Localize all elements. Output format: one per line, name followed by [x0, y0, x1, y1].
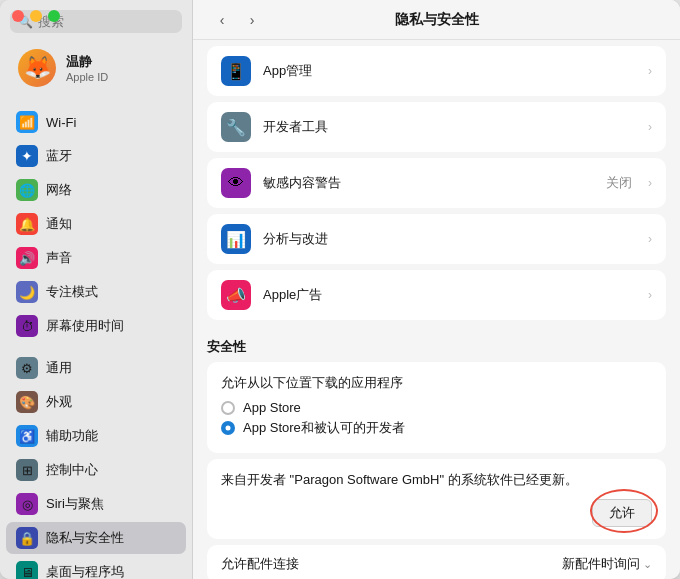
- analytics-label: 分析与改进: [263, 230, 636, 248]
- notifications-icon: 🔔: [16, 213, 38, 235]
- sidebar: 🔍 🦊 温静 Apple ID 📶 Wi-Fi ✦ 蓝牙 🌐 网络 🔔: [0, 0, 193, 579]
- developer-tools-label: 开发者工具: [263, 118, 636, 136]
- main-panel: ‹ › 隐私与安全性 📱 App管理 › 🔧 开发者工具 ›: [193, 0, 680, 579]
- page-title: 隐私与安全性: [395, 11, 479, 29]
- sidebar-item-label: 通知: [46, 215, 72, 233]
- sidebar-item-focus[interactable]: 🌙 专注模式: [6, 276, 186, 308]
- user-subtitle: Apple ID: [66, 71, 108, 83]
- sidebar-item-general[interactable]: ⚙ 通用: [6, 352, 186, 384]
- settings-list: 📱 App管理 › 🔧 开发者工具 › 👁 敏感内容警告 关闭 ›: [193, 46, 680, 579]
- list-item-analytics[interactable]: 📊 分析与改进 ›: [207, 214, 666, 264]
- sidebar-item-accessibility[interactable]: ♿ 辅助功能: [6, 420, 186, 452]
- radio-label-app-store-dev: App Store和被认可的开发者: [243, 419, 405, 437]
- maximize-button[interactable]: [48, 10, 60, 22]
- sidebar-item-label: 声音: [46, 249, 72, 267]
- list-item-app-management[interactable]: 📱 App管理 ›: [207, 46, 666, 96]
- radio-circle-app-store: [221, 401, 235, 415]
- bluetooth-icon: ✦: [16, 145, 38, 167]
- radio-app-store[interactable]: App Store: [221, 400, 652, 415]
- app-management-label: App管理: [263, 62, 636, 80]
- allow-button[interactable]: 允许: [592, 499, 652, 527]
- sidebar-item-siri[interactable]: ◎ Siri与聚焦: [6, 488, 186, 520]
- sidebar-item-label: Siri与聚焦: [46, 495, 104, 513]
- sidebar-item-label: 专注模式: [46, 283, 98, 301]
- minimize-button[interactable]: [30, 10, 42, 22]
- chevron-icon: ›: [648, 120, 652, 134]
- sound-icon: 🔊: [16, 247, 38, 269]
- chevron-icon: ›: [648, 64, 652, 78]
- sidebar-item-bluetooth[interactable]: ✦ 蓝牙: [6, 140, 186, 172]
- app-management-icon: 📱: [221, 56, 251, 86]
- sidebar-item-label: 桌面与程序坞: [46, 563, 124, 579]
- accessory-value: 新配件时询问 ⌄: [562, 555, 652, 573]
- sensitive-content-label: 敏感内容警告: [263, 174, 594, 192]
- sidebar-item-notifications[interactable]: 🔔 通知: [6, 208, 186, 240]
- chevron-icon: ›: [648, 176, 652, 190]
- chevron-down-icon: ⌄: [643, 558, 652, 571]
- back-button[interactable]: ‹: [209, 10, 235, 30]
- download-title: 允许从以下位置下载的应用程序: [221, 374, 652, 392]
- sidebar-item-label: Wi-Fi: [46, 115, 76, 130]
- sensitive-content-icon: 👁: [221, 168, 251, 198]
- sidebar-item-screentime[interactable]: ⏱ 屏幕使用时间: [6, 310, 186, 342]
- accessory-value-text: 新配件时询问: [562, 555, 640, 573]
- sidebar-item-label: 屏幕使用时间: [46, 317, 124, 335]
- apple-ads-label: Apple广告: [263, 286, 636, 304]
- titlebar: ‹ › 隐私与安全性: [193, 0, 680, 40]
- list-item-apple-ads[interactable]: 📣 Apple广告 ›: [207, 270, 666, 320]
- sidebar-item-desktop[interactable]: 🖥 桌面与程序坞: [6, 556, 186, 579]
- radio-circle-app-store-dev: [221, 421, 235, 435]
- sidebar-item-label: 隐私与安全性: [46, 529, 124, 547]
- avatar: 🦊: [18, 49, 56, 87]
- update-text: 来自开发者 "Paragon Software GmbH" 的系统软件已经更新。: [221, 471, 652, 489]
- avatar-icon: 🦊: [24, 55, 51, 81]
- accessibility-icon: ♿: [16, 425, 38, 447]
- sidebar-item-label: 控制中心: [46, 461, 98, 479]
- security-section-label: 安全性: [193, 326, 680, 362]
- forward-button[interactable]: ›: [239, 10, 265, 30]
- network-icon: 🌐: [16, 179, 38, 201]
- update-notice: 来自开发者 "Paragon Software GmbH" 的系统软件已经更新。…: [207, 459, 666, 539]
- sensitive-content-value: 关闭: [606, 174, 632, 192]
- security-section: 允许从以下位置下载的应用程序 App Store App Store和被认可的开…: [207, 362, 666, 453]
- apple-ads-icon: 📣: [221, 280, 251, 310]
- general-icon: ⚙: [16, 357, 38, 379]
- siri-icon: ◎: [16, 493, 38, 515]
- sidebar-item-privacy[interactable]: 🔒 隐私与安全性: [6, 522, 186, 554]
- appearance-icon: 🎨: [16, 391, 38, 413]
- analytics-icon: 📊: [221, 224, 251, 254]
- radio-label-app-store: App Store: [243, 400, 301, 415]
- accessory-label: 允许配件连接: [221, 555, 550, 573]
- user-profile[interactable]: 🦊 温静 Apple ID: [6, 41, 186, 95]
- close-button[interactable]: [12, 10, 24, 22]
- focus-icon: 🌙: [16, 281, 38, 303]
- sidebar-item-label: 蓝牙: [46, 147, 72, 165]
- privacy-icon: 🔒: [16, 527, 38, 549]
- chevron-icon: ›: [648, 288, 652, 302]
- sidebar-item-sound[interactable]: 🔊 声音: [6, 242, 186, 274]
- allow-btn-container: 允许: [221, 499, 652, 527]
- sidebar-item-label: 网络: [46, 181, 72, 199]
- sidebar-item-network[interactable]: 🌐 网络: [6, 174, 186, 206]
- sidebar-item-label: 通用: [46, 359, 72, 377]
- sidebar-item-appearance[interactable]: 🎨 外观: [6, 386, 186, 418]
- developer-tools-icon: 🔧: [221, 112, 251, 142]
- chevron-icon: ›: [648, 232, 652, 246]
- sidebar-item-wifi[interactable]: 📶 Wi-Fi: [6, 106, 186, 138]
- user-info: 温静 Apple ID: [66, 53, 108, 83]
- traffic-lights: [0, 0, 72, 32]
- radio-app-store-dev[interactable]: App Store和被认可的开发者: [221, 419, 652, 437]
- accessory-row[interactable]: 允许配件连接 新配件时询问 ⌄: [207, 545, 666, 579]
- nav-buttons: ‹ ›: [209, 10, 265, 30]
- content-area: 📱 App管理 › 🔧 开发者工具 › 👁 敏感内容警告 关闭 ›: [193, 40, 680, 579]
- sidebar-item-label: 外观: [46, 393, 72, 411]
- desktop-icon: 🖥: [16, 561, 38, 579]
- sidebar-item-label: 辅助功能: [46, 427, 98, 445]
- screentime-icon: ⏱: [16, 315, 38, 337]
- sidebar-item-control[interactable]: ⊞ 控制中心: [6, 454, 186, 486]
- list-item-developer-tools[interactable]: 🔧 开发者工具 ›: [207, 102, 666, 152]
- control-icon: ⊞: [16, 459, 38, 481]
- user-name: 温静: [66, 53, 108, 71]
- list-item-sensitive-content[interactable]: 👁 敏感内容警告 关闭 ›: [207, 158, 666, 208]
- wifi-icon: 📶: [16, 111, 38, 133]
